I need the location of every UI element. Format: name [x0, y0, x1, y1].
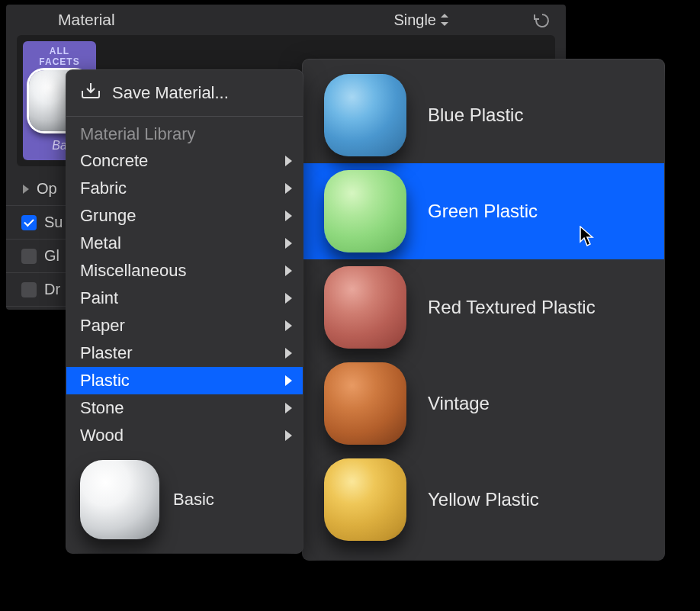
- reset-icon[interactable]: [532, 11, 551, 28]
- submenu-item-vintage[interactable]: Vintage: [303, 355, 664, 452]
- menu-item-label: Miscellaneous: [80, 261, 186, 281]
- material-mode-label: Single: [393, 11, 436, 29]
- dr-label: Dr: [44, 281, 60, 298]
- submenu-arrow-icon: [285, 211, 292, 221]
- menu-section-label: Material Library: [66, 121, 303, 147]
- menu-item-label: Grunge: [80, 206, 136, 226]
- section-title: Material: [21, 11, 115, 29]
- menu-item-label: Wood: [80, 426, 124, 445]
- menu-item-plastic[interactable]: Plastic: [66, 367, 303, 394]
- yellow-swatch: [324, 458, 406, 541]
- menu-item-paint[interactable]: Paint: [66, 285, 303, 312]
- submenu-item-yellow[interactable]: Yellow Plastic: [303, 452, 664, 548]
- save-tray-icon: [80, 82, 101, 105]
- submenu-item-label: Green Plastic: [428, 201, 538, 222]
- dr-checkbox[interactable]: [21, 282, 37, 297]
- substance-checkbox[interactable]: [21, 215, 37, 230]
- save-material-label: Save Material...: [112, 83, 229, 103]
- submenu-arrow-icon: [285, 430, 292, 441]
- submenu-arrow-icon: [285, 156, 292, 166]
- menu-item-label: Stone: [80, 398, 124, 418]
- submenu-item-label: Blue Plastic: [428, 105, 523, 126]
- material-context-menu: Save Material... Material Library Concre…: [66, 70, 303, 553]
- submenu-item-green[interactable]: Green Plastic: [303, 163, 664, 259]
- basic-material-item[interactable]: Basic: [66, 449, 303, 542]
- mouse-cursor-icon: [580, 226, 596, 247]
- menu-item-paper[interactable]: Paper: [66, 312, 303, 339]
- submenu-arrow-icon: [285, 238, 292, 249]
- submenu-item-blue[interactable]: Blue Plastic: [303, 67, 664, 163]
- submenu-item-red[interactable]: Red Textured Plastic: [303, 259, 664, 355]
- menu-item-label: Concrete: [80, 151, 148, 171]
- vintage-swatch: [324, 362, 406, 445]
- gl-label: Gl: [44, 247, 59, 265]
- submenu-arrow-icon: [285, 403, 292, 413]
- disclosure-triangle-icon: [23, 185, 29, 194]
- menu-item-label: Metal: [80, 233, 121, 253]
- material-submenu: Blue PlasticGreen PlasticRed Textured Pl…: [303, 59, 664, 560]
- substance-label: Su: [44, 214, 63, 231]
- submenu-arrow-icon: [285, 265, 292, 276]
- blue-swatch: [324, 74, 406, 156]
- submenu-item-label: Red Textured Plastic: [428, 297, 596, 318]
- green-swatch: [324, 170, 406, 252]
- save-material-item[interactable]: Save Material...: [66, 75, 303, 111]
- menu-item-grunge[interactable]: Grunge: [66, 202, 303, 230]
- basic-swatch: [80, 460, 159, 539]
- menu-item-label: Plastic: [80, 371, 130, 391]
- menu-item-concrete[interactable]: Concrete: [66, 147, 303, 175]
- menu-item-label: Paper: [80, 316, 125, 336]
- chevron-updown-icon: [441, 14, 448, 26]
- submenu-arrow-icon: [285, 348, 292, 359]
- menu-item-wood[interactable]: Wood: [66, 422, 303, 449]
- menu-separator: [66, 116, 303, 117]
- material-header: Material Single: [6, 9, 566, 35]
- submenu-arrow-icon: [285, 375, 292, 386]
- menu-item-label: Plaster: [80, 343, 132, 363]
- gl-checkbox[interactable]: [21, 249, 37, 264]
- material-mode-popup[interactable]: Single: [393, 11, 448, 29]
- menu-item-miscellaneous[interactable]: Miscellaneous: [66, 257, 303, 285]
- red-swatch: [324, 266, 406, 349]
- submenu-item-label: Yellow Plastic: [428, 489, 539, 510]
- menu-item-label: Fabric: [80, 178, 127, 198]
- basic-label: Basic: [173, 490, 214, 510]
- submenu-arrow-icon: [285, 293, 292, 304]
- menu-item-metal[interactable]: Metal: [66, 230, 303, 257]
- submenu-arrow-icon: [285, 320, 292, 331]
- options-label: Op: [37, 180, 57, 198]
- submenu-arrow-icon: [285, 183, 292, 194]
- menu-item-label: Paint: [80, 288, 118, 308]
- menu-item-stone[interactable]: Stone: [66, 394, 303, 422]
- submenu-item-label: Vintage: [428, 393, 490, 414]
- menu-item-fabric[interactable]: Fabric: [66, 175, 303, 202]
- facet-caption: ALL FACETS: [29, 46, 90, 67]
- menu-item-plaster[interactable]: Plaster: [66, 339, 303, 367]
